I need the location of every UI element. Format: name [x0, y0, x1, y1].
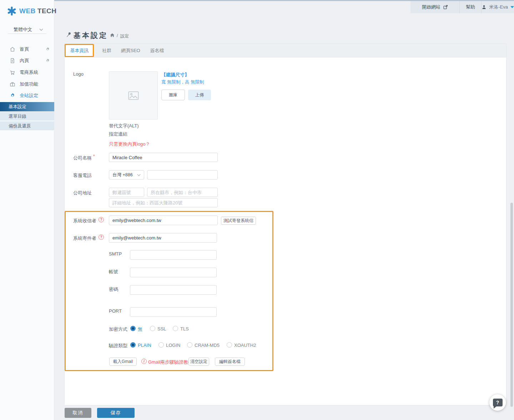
gear-icon[interactable] [45, 59, 50, 63]
required-asterisk: * [93, 154, 95, 159]
street-address-input[interactable] [109, 198, 218, 207]
country-code-select[interactable]: 台灣 +886 [109, 170, 144, 179]
page-title: 基本設定 [74, 31, 108, 40]
radio-label-ssl[interactable]: SSL [157, 326, 166, 332]
radio-auth-xoauth2[interactable] [227, 342, 232, 348]
sidebar: WEBTECH 繁體中文 首頁 內頁 電商系統 加值功能 全站設定 基本設定 選… [0, 0, 54, 420]
gallery-button[interactable]: 圖庫 [161, 90, 185, 100]
external-link-icon [443, 5, 448, 10]
system-sender-input[interactable] [109, 233, 217, 243]
cancel-button[interactable]: 取消 [65, 408, 91, 418]
sidebar-item-label: 內頁 [20, 57, 29, 64]
radio-encrypt-tls[interactable] [173, 326, 178, 331]
radio-label-tls[interactable]: TLS [180, 326, 189, 332]
encryption-label: 加密方式 [109, 326, 127, 333]
sidebar-item-label: 全站設定 [20, 92, 38, 99]
help-label: 幫助 [466, 4, 475, 10]
phone-number-input[interactable] [147, 170, 218, 179]
system-receiver-label: 系統收信者 [73, 218, 96, 224]
tab-signature[interactable]: 簽名檔 [146, 44, 168, 57]
tab-web-seo[interactable]: 網頁SEO [117, 44, 144, 57]
radio-label-plain[interactable]: PLAIN [138, 343, 151, 348]
upload-button[interactable]: 上傳 [188, 90, 211, 100]
open-website-label: 開啟網站 [422, 4, 440, 10]
chevron-down-icon [39, 28, 43, 31]
alt-text-label[interactable]: 替代文字(ALT) [109, 123, 139, 129]
sidebar-subitem-backup-restore[interactable]: 備份及還原 [0, 121, 54, 131]
save-button[interactable]: 儲存 [97, 408, 135, 418]
tab-basic-info[interactable]: 基本資訊 [66, 44, 93, 57]
company-name-input[interactable] [109, 153, 218, 162]
account-input[interactable] [130, 268, 217, 277]
tab-social[interactable]: 社群 [96, 44, 117, 57]
brand-name-primary: WEB [19, 7, 36, 15]
load-gmail-button[interactable]: 載入Gmail [109, 358, 137, 366]
question-circle-icon[interactable]: ? [99, 217, 104, 222]
gmail-tutorial-link[interactable]: Gmail兩步驟驗證教學 [148, 359, 193, 365]
sidebar-item-site-settings[interactable]: 全站設定 [0, 90, 54, 101]
service-phone-label: 客服電話 [73, 172, 92, 179]
logo-preview-box[interactable] [109, 71, 158, 120]
gear-icon[interactable] [45, 47, 50, 52]
sidebar-divider [8, 34, 46, 34]
help-button[interactable]: 幫助 [460, 1, 481, 13]
sidebar-item-home[interactable]: 首頁 [0, 44, 54, 55]
sidebar-item-inner-pages[interactable]: 內頁 [0, 55, 54, 66]
inner-logo-link[interactable]: 只需更換內頁logo？ [109, 141, 150, 147]
open-website-button[interactable]: 開啟網站 [410, 1, 459, 13]
brand-logo[interactable]: WEBTECH [7, 6, 57, 16]
radio-encrypt-ssl[interactable] [150, 326, 155, 331]
account-label: 帳號 [109, 269, 118, 275]
tab-bar: 基本資訊 社群 網頁SEO 簽名檔 [65, 44, 506, 57]
radio-auth-cram-md5[interactable] [187, 342, 192, 348]
auth-type-label: 驗證類型 [109, 343, 127, 349]
help-bubble-icon: ? [493, 399, 503, 406]
port-input[interactable] [130, 307, 217, 317]
user-menu[interactable]: 米洛-Eva [482, 1, 514, 13]
sidebar-subitem-basic-settings[interactable]: 基本設定 [0, 102, 54, 111]
scrollbar-thumb[interactable] [510, 203, 513, 407]
suggested-size-title: 【建議尺寸】 [161, 72, 189, 78]
sidebar-item-label: 電商系統 [20, 69, 38, 76]
topbar: 開啟網站 幫助 米洛-Eva [410, 1, 514, 13]
cart-icon [10, 70, 15, 75]
radio-encrypt-none[interactable] [130, 326, 136, 331]
chevron-down-icon [137, 174, 141, 176]
breadcrumb-home-icon[interactable] [110, 33, 115, 37]
help-fab-button[interactable]: ? [489, 394, 506, 411]
radio-label-xoauth2[interactable]: XOAUTH2 [234, 343, 256, 348]
home-icon [10, 46, 15, 52]
radio-auth-plain[interactable] [130, 342, 136, 348]
user-icon [482, 5, 487, 10]
info-circle-icon: i [141, 359, 147, 364]
radio-label-login[interactable]: LOGIN [166, 343, 180, 348]
breadcrumb-settings[interactable]: 設定 [120, 33, 129, 39]
radio-label-cram-md5[interactable]: CRAM-MD5 [195, 343, 220, 348]
sidebar-item-ecommerce[interactable]: 電商系統 [0, 67, 54, 78]
country-code-value: 台灣 +886 [112, 172, 137, 178]
smtp-label: SMTP [109, 251, 122, 257]
language-selector[interactable]: 繁體中文 [14, 26, 32, 33]
asterisk-logo-icon [7, 6, 16, 16]
question-circle-icon[interactable]: ? [99, 234, 104, 240]
radio-label-none[interactable]: 無 [138, 326, 142, 333]
language-label: 繁體中文 [14, 27, 32, 32]
suggested-size-dims: 寬 無限制，高 無限制 [161, 79, 204, 85]
link-target-label[interactable]: 指定連結 [109, 131, 127, 137]
document-icon [10, 58, 15, 64]
system-sender-label: 系統寄件者 [73, 235, 96, 242]
user-name: 米洛-Eva [489, 4, 508, 10]
password-input[interactable] [130, 285, 217, 295]
city-input[interactable] [147, 188, 218, 197]
radio-auth-login[interactable] [158, 342, 164, 348]
sidebar-subitem-menu-directory[interactable]: 選單目錄 [0, 112, 54, 121]
zip-code-input[interactable] [109, 188, 144, 197]
edit-signature-button[interactable]: 編輯簽名檔 [215, 358, 245, 366]
sidebar-item-addons[interactable]: 加值功能 [0, 79, 54, 90]
test-send-button[interactable]: 測試寄發系統信 [221, 217, 256, 225]
system-receiver-input[interactable] [109, 216, 218, 225]
smtp-input[interactable] [130, 250, 217, 260]
pushpin-icon [66, 32, 72, 38]
clear-settings-button[interactable]: 清空設定 [188, 358, 209, 366]
breadcrumb-separator: / [117, 33, 118, 38]
